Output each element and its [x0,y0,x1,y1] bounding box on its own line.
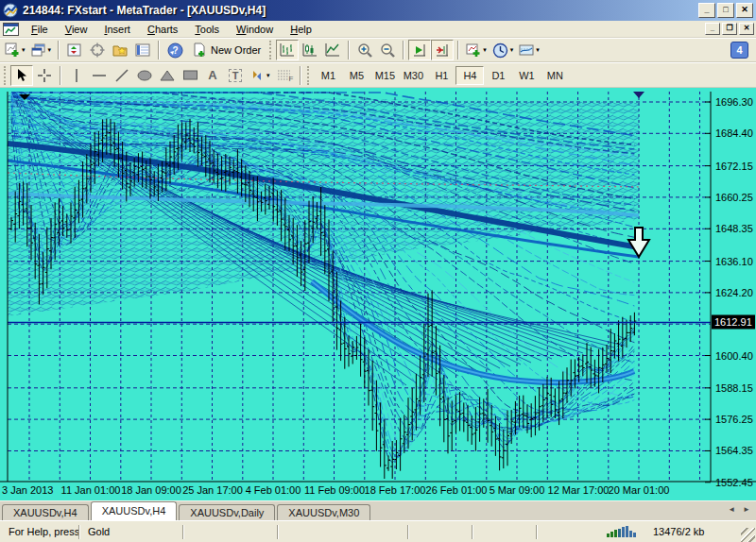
menu-file[interactable]: File [23,23,57,36]
auto-scroll-icon [412,42,427,58]
zoom-in-button[interactable] [353,40,376,60]
toolbar-separator [457,41,459,59]
child-minimize-button[interactable]: _ [705,23,720,35]
toolbar-drawing: A T ▾ F M1 M5 M15 M30 H1 H4 D1 W1 MN [0,62,756,88]
menu-insert[interactable]: Insert [95,23,139,36]
time-axis: 3 Jan 201311 Jan 01:0018 Jan 09:0025 Jan… [2,484,669,496]
menu-view[interactable]: View [57,23,96,36]
svg-text:20 Mar 01:00: 20 Mar 01:00 [609,484,670,496]
menu-bar: File View Insert Charts Tools Window Hel… [0,21,756,38]
market-watch-icon [67,42,82,58]
tab-scroll-right-icon[interactable]: ► [743,505,750,515]
vertical-line-icon [70,68,83,83]
indicators-button[interactable]: ▾ [463,40,490,60]
chart-area[interactable]: 1696.301684.401672.151660.251648.351636.… [0,88,756,500]
svg-text:11 Feb 09:00: 11 Feb 09:00 [304,484,365,496]
svg-text:1588.15: 1588.15 [715,382,753,394]
zoom-out-button[interactable] [376,40,399,60]
crosshair-icon [90,42,105,58]
toolbar-separator [158,41,160,59]
menu-help[interactable]: Help [282,23,320,36]
indicators-icon [466,42,481,58]
tab-xauusd-m30[interactable]: XAUUSDv,M30 [277,504,370,520]
rectangle-icon [182,69,198,81]
status-separator [277,525,279,539]
cursor-arrow-icon [15,68,28,83]
triangle-button[interactable] [156,65,179,86]
timeframe-m15[interactable]: M15 [370,66,399,85]
text-tool-button[interactable]: A [201,65,224,86]
context-help-button[interactable]: ? [163,40,186,60]
new-order-label: New Order [211,44,261,56]
mail-badge[interactable]: 4 [730,42,748,59]
chart-shift-button[interactable] [431,40,454,60]
chart-window-icon[interactable] [3,23,19,36]
svg-text:1600.40: 1600.40 [715,350,753,362]
trendline-button[interactable] [111,65,133,86]
status-symbol: Gold [80,526,182,537]
candlestick-chart-button[interactable] [299,40,321,60]
svg-text:26 Feb 01:00: 26 Feb 01:00 [426,484,488,496]
triangle-icon [160,69,175,82]
rectangle-button[interactable] [179,65,201,86]
resize-grip[interactable] [741,528,755,542]
cursor-button[interactable] [10,65,33,86]
toolbar-separator [300,66,301,85]
svg-text:4 Feb 01:00: 4 Feb 01:00 [246,484,301,496]
timeframe-m30[interactable]: M30 [399,66,427,85]
menu-charts[interactable]: Charts [139,23,186,36]
maximize-button[interactable]: □ [717,3,734,18]
svg-text:1684.40: 1684.40 [715,127,753,139]
new-chart-button[interactable]: ▾ [2,40,28,60]
timeframe-d1[interactable]: D1 [484,66,512,85]
timeframe-m5[interactable]: M5 [342,66,370,85]
data-window-button[interactable] [86,40,109,60]
line-chart-button[interactable] [321,40,344,60]
tab-xauusd-h4-2[interactable]: XAUUSDv,H4 [91,501,178,520]
profiles-button[interactable]: ▾ [28,40,55,60]
fibonacci-button[interactable]: F [273,65,297,86]
child-close-button[interactable]: ✕ [739,23,754,35]
vertical-line-button[interactable] [65,65,88,86]
profiles-icon [31,42,46,58]
menu-tools[interactable]: Tools [186,23,228,36]
tab-xauusd-daily[interactable]: XAUUSDv,Daily [179,504,275,520]
close-button[interactable]: ✕ [736,3,753,18]
timeframe-h4[interactable]: H4 [455,66,484,85]
bar-chart-button[interactable] [276,40,299,60]
status-separator [182,525,184,539]
toolbar-grip[interactable] [4,66,7,85]
clock-icon [492,42,508,59]
menu-window[interactable]: Window [228,23,282,36]
new-order-button[interactable]: New Order [186,40,267,60]
tab-scroll-left-icon[interactable]: ◄ [728,505,735,515]
periods-button[interactable]: ▾ [490,40,517,60]
market-watch-button[interactable] [63,40,86,60]
navigator-button[interactable] [109,40,131,60]
text-label-button[interactable]: T [224,65,247,86]
svg-text:1696.30: 1696.30 [715,96,753,108]
terminal-button[interactable] [131,40,154,60]
metatrader-window: 214844: FXstart - MetaTrader - [XAUUSDv,… [0,0,756,542]
status-connection-cell: 13476/2 kb [538,525,739,538]
tab-xauusd-h4-1[interactable]: XAUUSDv,H4 [2,504,89,520]
horizontal-line-button[interactable] [88,65,111,86]
timeframe-w1[interactable]: W1 [512,66,541,85]
ellipse-button[interactable] [133,65,156,86]
chart-canvas[interactable]: 1696.301684.401672.151660.251648.351636.… [0,88,756,500]
toolbar-grip[interactable] [269,41,272,59]
timeframe-h1[interactable]: H1 [427,66,455,85]
app-icon[interactable] [3,3,19,18]
crosshair-tool-button[interactable] [33,65,56,86]
svg-text:1660.25: 1660.25 [715,192,753,203]
auto-scroll-button[interactable] [408,40,431,60]
timeframe-m1[interactable]: M1 [314,66,342,85]
arrows-tool-button[interactable]: ▾ [247,65,273,86]
crosshair-tool-icon [37,68,52,83]
timeframe-mn[interactable]: MN [541,66,569,85]
new-chart-icon [5,42,20,58]
toolbar-grip[interactable] [307,66,310,85]
minimize-button[interactable]: _ [698,3,715,18]
templates-button[interactable]: ▾ [516,40,542,60]
child-restore-button[interactable]: ❐ [722,23,737,35]
